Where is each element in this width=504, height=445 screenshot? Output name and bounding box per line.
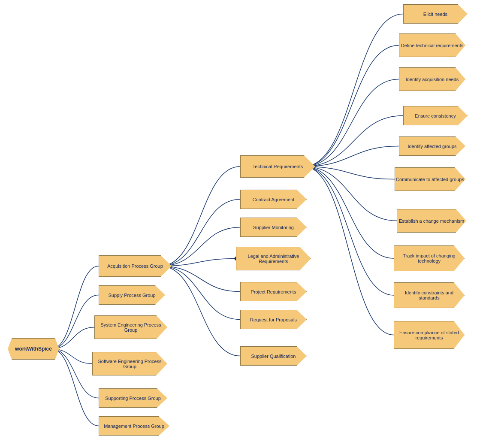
node-management[interactable]: Management Process Group bbox=[99, 416, 169, 436]
node-legal-admin[interactable]: Legal and Administrative Requirements bbox=[236, 247, 311, 270]
node-ensure-consistency[interactable]: Ensure consistency bbox=[403, 106, 468, 125]
node-ensure-compliance[interactable]: Ensure compliance of stated requirements bbox=[394, 321, 465, 349]
node-supporting[interactable]: Supporting Process Group bbox=[99, 388, 167, 408]
node-tech-req[interactable]: Technical Requirements bbox=[240, 155, 315, 178]
node-identify-acq[interactable]: Identify acquisition needs bbox=[399, 67, 465, 91]
node-elicit-needs[interactable]: Elicit needs bbox=[403, 4, 468, 24]
node-communicate[interactable]: Communicate to affected groups bbox=[395, 167, 465, 191]
node-supply[interactable]: Supply Process Group bbox=[99, 285, 165, 305]
node-supplier-mon[interactable]: Supplier Monitoring bbox=[240, 218, 307, 237]
node-contract[interactable]: Contract Agreement bbox=[240, 190, 307, 209]
node-root[interactable]: workWithSpice bbox=[8, 338, 59, 360]
node-request-proposals[interactable]: Request for Proposals bbox=[240, 310, 307, 329]
node-identify-affected[interactable]: Identify affected groups bbox=[399, 136, 465, 156]
node-supplier-qual[interactable]: Supplier Qualification bbox=[240, 346, 307, 366]
node-project-req[interactable]: Project Requirements bbox=[240, 282, 307, 301]
node-acquisition[interactable]: Acquisition Process Group bbox=[99, 255, 172, 277]
diagram-container: workWithSpice Acquisition Process Group … bbox=[0, 0, 504, 445]
node-software-eng[interactable]: Software Engineering Process Group bbox=[92, 352, 167, 375]
node-define-tech[interactable]: Define technical requirements bbox=[399, 33, 465, 57]
node-system-eng[interactable]: System Engineering Process Group bbox=[94, 315, 167, 339]
node-establish-change[interactable]: Establish a change mechanism bbox=[397, 209, 466, 233]
node-identify-constraints[interactable]: Identify constraints and standards bbox=[394, 282, 465, 308]
node-track-impact[interactable]: Track impact of changing technology bbox=[394, 245, 465, 271]
